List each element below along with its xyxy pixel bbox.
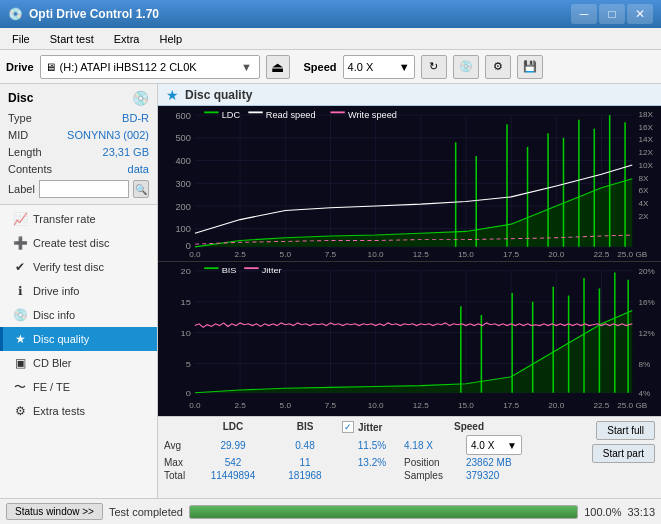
refresh-button[interactable]: ↻ [421,55,447,79]
label-search-button[interactable]: 🔍 [133,180,149,198]
svg-text:0.0: 0.0 [189,401,200,409]
sidebar-item-transfer-rate[interactable]: 📈 Transfer rate [0,207,157,231]
svg-text:5.0: 5.0 [280,250,291,258]
minimize-button[interactable]: ─ [571,4,597,24]
svg-text:200: 200 [175,202,191,211]
sidebar-item-label-create: Create test disc [33,237,109,249]
menu-help[interactable]: Help [151,31,190,47]
drive-selector[interactable]: 🖥 (H:) ATAPI iHBS112 2 CL0K ▼ [40,55,260,79]
svg-text:7.5: 7.5 [325,250,336,258]
sidebar-item-create-test-disc[interactable]: ➕ Create test disc [0,231,157,255]
disc-image-button[interactable]: 💿 [453,55,479,79]
speed-label: Speed [304,61,337,73]
drive-dropdown-arrow: ▼ [239,61,255,73]
settings-button[interactable]: ⚙ [485,55,511,79]
speed-dropdown-arrow: ▼ [399,61,410,73]
sidebar-item-disc-quality[interactable]: ★ Disc quality [0,327,157,351]
sidebar-item-fe-te[interactable]: 〜 FE / TE [0,375,157,399]
eject-button[interactable]: ⏏ [266,55,290,79]
verify-test-disc-icon: ✔ [13,260,27,274]
charts-area: 600 500 400 300 200 100 0 18X 16X 14X 12… [158,106,661,416]
speed-select-stats-arrow: ▼ [507,440,517,451]
close-button[interactable]: ✕ [627,4,653,24]
max-row-label: Max [164,457,196,468]
svg-text:8%: 8% [638,360,650,368]
sidebar-item-extra-tests[interactable]: ⚙ Extra tests [0,399,157,423]
svg-text:500: 500 [175,134,191,143]
svg-text:LDC: LDC [222,110,240,119]
jitter-checkbox[interactable]: ✓ [342,421,354,433]
svg-text:BIS: BIS [222,266,237,275]
sidebar-nav: 📈 Transfer rate ➕ Create test disc ✔ Ver… [0,205,157,425]
svg-text:22.5: 22.5 [593,250,609,258]
drive-icon: 🖥 [45,61,56,73]
svg-text:Jitter: Jitter [262,266,282,275]
disc-mid-val: SONYNN3 (002) [67,127,149,144]
status-completed-text: Test completed [109,506,183,518]
sidebar-item-label-extra-tests: Extra tests [33,405,85,417]
status-bar: Status window >> Test completed 100.0% 3… [0,498,661,524]
disc-mid-key: MID [8,127,28,144]
sidebar-item-cd-bler[interactable]: ▣ CD Bler [0,351,157,375]
svg-text:10.0: 10.0 [368,401,384,409]
max-ldc: 542 [198,457,268,468]
drive-info-icon: ℹ [13,284,27,298]
svg-text:10.0: 10.0 [368,250,384,258]
svg-text:2.5: 2.5 [234,401,245,409]
main-area: Disc 💿 Type BD-R MID SONYNN3 (002) Lengt… [0,84,661,498]
avg-jitter: 11.5% [342,440,402,451]
svg-text:17.5: 17.5 [503,250,519,258]
disc-label-input[interactable] [39,180,129,198]
speed-select-stats[interactable]: 4.0 X ▼ [466,435,522,455]
disc-contents-key: Contents [8,161,52,178]
transfer-rate-icon: 📈 [13,212,27,226]
start-part-button[interactable]: Start part [592,444,655,463]
max-jitter: 13.2% [342,457,402,468]
ldc-chart-container: 600 500 400 300 200 100 0 18X 16X 14X 12… [158,106,661,262]
content-area: ★ Disc quality [158,84,661,498]
menu-start-test[interactable]: Start test [42,31,102,47]
samples-val: 379320 [466,470,499,481]
status-window-button[interactable]: Status window >> [6,503,103,520]
svg-text:4%: 4% [638,389,650,397]
svg-text:15.0: 15.0 [458,401,474,409]
save-button[interactable]: 💾 [517,55,543,79]
svg-text:4X: 4X [638,199,648,207]
total-bis: 181968 [270,470,340,481]
svg-text:10X: 10X [638,161,653,169]
sidebar-item-verify-test-disc[interactable]: ✔ Verify test disc [0,255,157,279]
sidebar-item-drive-info[interactable]: ℹ Drive info [0,279,157,303]
progress-bar [189,505,578,519]
sidebar: Disc 💿 Type BD-R MID SONYNN3 (002) Lengt… [0,84,158,498]
svg-text:14X: 14X [638,136,653,144]
sidebar-item-label-transfer-rate: Transfer rate [33,213,96,225]
svg-text:12.5: 12.5 [413,250,429,258]
extra-tests-icon: ⚙ [13,404,27,418]
position-label: Position [404,457,464,468]
menu-file[interactable]: File [4,31,38,47]
svg-rect-57 [248,111,262,113]
disc-info-icon: 💿 [13,308,27,322]
speed-selector[interactable]: 4.0 X ▼ [343,55,415,79]
disc-section-label: Disc [8,91,33,105]
samples-label: Samples [404,470,464,481]
disc-quality-header-icon: ★ [166,87,179,103]
svg-text:12%: 12% [638,329,655,337]
drive-label: Drive [6,61,34,73]
disc-quality-title: Disc quality [185,88,252,102]
disc-type-key: Type [8,110,32,127]
svg-rect-108 [204,267,218,269]
svg-text:15.0: 15.0 [458,250,474,258]
svg-text:20%: 20% [638,267,655,275]
svg-text:Read speed: Read speed [266,110,316,119]
start-full-button[interactable]: Start full [596,421,655,440]
sidebar-item-disc-info[interactable]: 💿 Disc info [0,303,157,327]
svg-text:25.0 GB: 25.0 GB [617,401,647,409]
app-title: Opti Drive Control 1.70 [29,7,159,21]
svg-text:100: 100 [175,225,191,234]
menu-extra[interactable]: Extra [106,31,148,47]
disc-contents-val: data [128,161,149,178]
maximize-button[interactable]: □ [599,4,625,24]
svg-text:16X: 16X [638,123,653,131]
progress-percent: 100.0% [584,506,621,518]
